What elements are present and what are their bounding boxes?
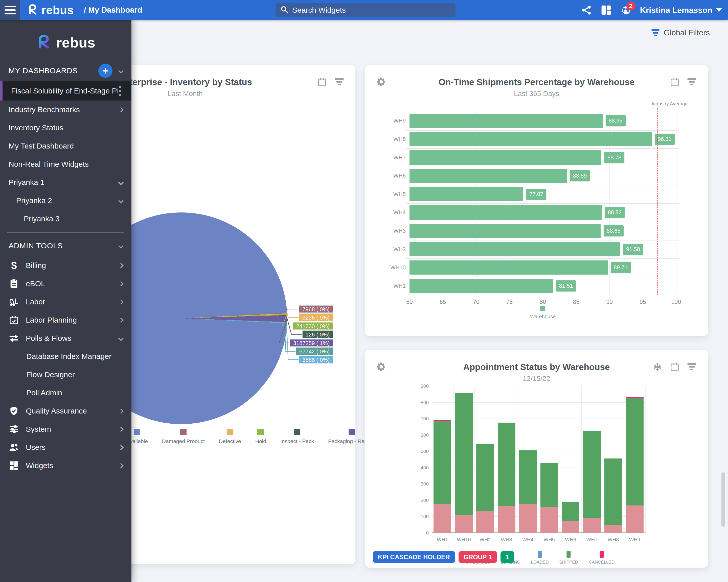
bar-wh3[interactable]	[410, 224, 601, 238]
bar-wh6-shipped[interactable]	[562, 502, 579, 521]
button-1[interactable]: 1	[500, 551, 514, 563]
legend-swatch	[348, 429, 355, 435]
bar-wh5[interactable]	[410, 187, 523, 201]
sidebar-item-billing[interactable]: $Billing	[0, 256, 131, 275]
sidebar-item-industry-benchmarks[interactable]: Industry Benchmarks	[0, 101, 131, 119]
bar-wh4-not-loaded[interactable]	[519, 504, 537, 533]
share-icon[interactable]	[581, 4, 592, 16]
legend-item-cancelled[interactable]: CANCELLED	[589, 551, 615, 565]
bar-wh9[interactable]	[410, 114, 603, 128]
sidebar-item-quality-assurance[interactable]: Quality Assurance	[0, 402, 131, 420]
bar-wh10-shipped[interactable]	[455, 393, 473, 515]
bar-wh10-not-loaded[interactable]	[455, 515, 473, 533]
legend-item-inspect-pack[interactable]: Inspect - Pack	[280, 429, 314, 444]
global-filters-button[interactable]: Global Filters	[651, 28, 710, 37]
app-grid-icon[interactable]	[601, 4, 612, 16]
legend-item-defective[interactable]: Defective	[219, 429, 241, 444]
button-kpi-cascade-holder[interactable]: KPI CASCADE HOLDER	[373, 551, 455, 563]
bar-wh4-shipped[interactable]	[519, 450, 537, 504]
search-input[interactable]	[292, 6, 451, 15]
bar-value-badge: 88.95	[606, 115, 626, 126]
sidebar-item-labor-planning[interactable]: Labor Planning	[0, 311, 131, 329]
bar-wh8-not-loaded[interactable]	[604, 525, 622, 533]
add-dashboard-button[interactable]: +	[98, 64, 112, 78]
sidebar-item-users[interactable]: Users	[0, 438, 131, 456]
sidebar-item-priyanka-3[interactable]: Priyanka 3	[0, 210, 131, 228]
sidebar-item-labor[interactable]: Labor	[0, 293, 131, 311]
sidebar-item-flow-designer[interactable]: Flow Designer	[0, 365, 131, 384]
x-tick-label: WH6	[565, 537, 576, 543]
row-separator	[407, 222, 679, 222]
bar-wh1[interactable]	[410, 279, 553, 293]
bar-wh3-shipped[interactable]	[498, 423, 515, 506]
legend-label: Damaged Product	[162, 438, 205, 444]
sidebar-item-system[interactable]: System	[0, 420, 131, 438]
bar-wh6[interactable]	[410, 169, 567, 183]
x-tick-label: 60	[406, 299, 413, 305]
button-group-1[interactable]: GROUP 1	[459, 551, 497, 563]
chevron-down-icon[interactable]	[118, 68, 124, 73]
bar-wh4[interactable]	[410, 205, 602, 220]
bar-wh3-not-loaded[interactable]	[498, 506, 515, 533]
bar-wh1-not-loaded[interactable]	[434, 504, 451, 533]
bar-wh7-not-loaded[interactable]	[583, 518, 601, 533]
user-menu[interactable]: Kristina Lemasson	[640, 5, 722, 15]
pie-callout-label: 241330 ( 0%)	[293, 322, 333, 330]
bar-wh10[interactable]	[410, 260, 608, 275]
bar-wh9-not-loaded[interactable]	[626, 505, 644, 533]
legend-item-damaged-product[interactable]: Damaged Product	[162, 429, 205, 444]
kebab-menu-icon[interactable]	[118, 85, 123, 97]
hamburger-menu-icon[interactable]	[0, 0, 20, 20]
global-filters-label: Global Filters	[664, 28, 710, 37]
pie-legend: AvailableDamaged ProductDefectiveHoldIns…	[126, 429, 375, 444]
bar-wh9-cancelled[interactable]	[626, 397, 644, 398]
vertical-scrollbar[interactable]	[722, 472, 725, 527]
breadcrumb[interactable]: / My Dashboard	[84, 5, 142, 15]
sidebar-item-priyanka-1[interactable]: Priyanka 1	[0, 173, 131, 192]
industry-average-line	[657, 108, 658, 295]
bar-wh1-shipped[interactable]	[434, 421, 451, 504]
sidebar-item-priyanka-2[interactable]: Priyanka 2	[0, 192, 131, 210]
x-gridline	[645, 386, 646, 533]
legend-item-shipped[interactable]: SHIPPED	[559, 551, 578, 565]
chart-legend[interactable]: Warehouse	[530, 306, 556, 320]
bar-wh2[interactable]	[410, 242, 620, 256]
legend-swatch	[600, 551, 604, 558]
sidebar-item-label: Priyanka 3	[24, 215, 123, 223]
sidebar-item-database-index-manager[interactable]: Database Index Manager	[0, 347, 131, 365]
sidebar-item-non-real-time-widgets[interactable]: Non-Real Time Widgets	[0, 155, 131, 173]
bar-wh6-not-loaded[interactable]	[562, 521, 579, 533]
sidebar-item-poll-admin[interactable]: Poll Admin	[0, 384, 131, 402]
sidebar-item-inventory-status[interactable]: Inventory Status	[0, 119, 131, 137]
sidebar-item-my-test-dashboard[interactable]: My Test Dashboard	[0, 137, 131, 155]
sidebar-item-polls-flows[interactable]: Polls & Flows	[0, 329, 131, 347]
legend-label: Hold	[255, 438, 266, 444]
sidebar-item-ebol[interactable]: eBOL	[0, 275, 131, 293]
chevron-down-icon	[118, 179, 124, 185]
sidebar-item-widgets[interactable]: Widgets	[0, 456, 131, 475]
bar-wh2-not-loaded[interactable]	[476, 511, 494, 533]
bar-wh7-shipped[interactable]	[583, 431, 601, 518]
notification-badge: 2	[626, 1, 635, 10]
sidebar-item-fiscal-solubility-of-end-stage-pi[interactable]: Fiscal Solubility of End-Stage Pi...	[0, 81, 131, 101]
legend-item-hold[interactable]: Hold	[255, 429, 266, 444]
bar-wh1-cancelled[interactable]	[434, 420, 451, 421]
legend-item-loaded[interactable]: LOADED	[531, 551, 549, 565]
bar-wh5-shipped[interactable]	[541, 463, 558, 507]
bar-wh2-shipped[interactable]	[476, 444, 494, 511]
clipboard-icon	[8, 278, 19, 289]
globe-icon[interactable]: 2	[620, 4, 631, 16]
sidebar-divider	[7, 232, 124, 233]
navbar-brand[interactable]: rebus	[27, 3, 74, 17]
bar-wh9-shipped[interactable]	[626, 398, 644, 505]
y-tick-label: 900	[412, 384, 429, 389]
industry-average-label: Industry Average	[652, 101, 687, 107]
bar-wh8[interactable]	[410, 132, 652, 146]
search-box[interactable]	[276, 3, 456, 17]
x-tick-label: WH2	[479, 537, 491, 543]
top-navbar: rebus / My Dashboard 2 Kristina Lemasson	[0, 0, 728, 20]
bar-wh8-shipped[interactable]	[604, 459, 622, 525]
bar-wh7[interactable]	[410, 150, 601, 165]
chevron-down-icon[interactable]	[118, 243, 124, 248]
bar-wh5-not-loaded[interactable]	[541, 507, 558, 533]
